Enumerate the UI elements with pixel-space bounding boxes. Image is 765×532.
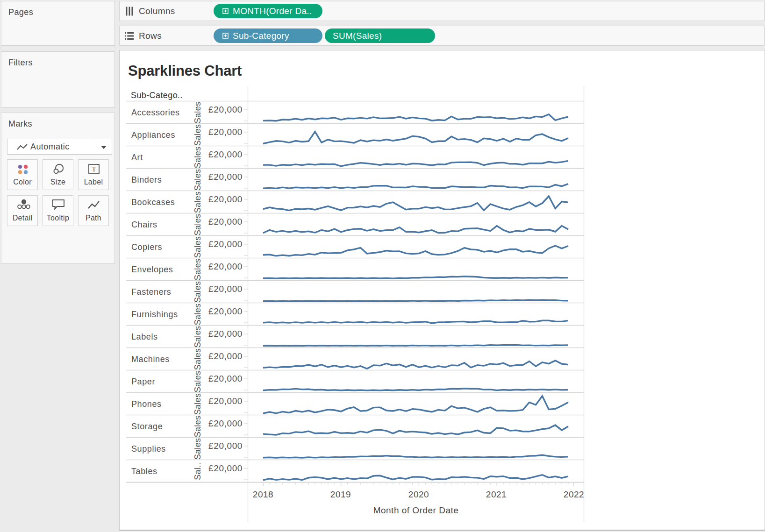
svg-text:T: T [92,165,96,173]
